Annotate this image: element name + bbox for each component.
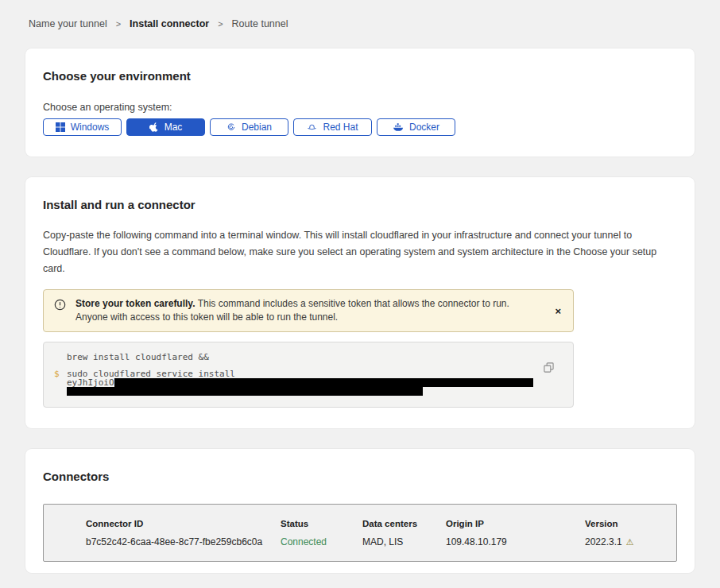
data-centers-value: MAD, LIS <box>362 536 446 547</box>
os-button-windows[interactable]: Windows <box>43 118 122 136</box>
status-badge: Connected <box>281 536 362 547</box>
version-value: 2022.3.1 <box>585 536 622 547</box>
apple-icon <box>149 122 159 133</box>
token-redaction-bar <box>114 378 533 387</box>
breadcrumb-separator: > <box>218 19 223 29</box>
connector-id-value: b7c52c42-6caa-48ee-8c77-fbe259cb6c0a <box>86 536 281 547</box>
breadcrumb: Name your tunnel > Install connector > R… <box>0 0 720 48</box>
os-button-label: Debian <box>242 122 272 133</box>
install-command-codeblock: brew install cloudflared && $ sudo cloud… <box>43 342 574 408</box>
token-prefix: eyJhIjoiO <box>67 378 114 387</box>
os-select-label: Choose an operating system: <box>43 102 677 113</box>
os-button-group: Windows Mac Debian Red Hat Docker <box>43 118 677 136</box>
shell-prompt: $ <box>54 369 60 378</box>
column-header-origin-ip: Origin IP <box>446 519 585 528</box>
breadcrumb-step-route-tunnel[interactable]: Route tunnel <box>232 18 288 29</box>
token-redaction-bar <box>67 387 423 396</box>
code-line-service-install: sudo cloudflared service install <box>67 369 533 378</box>
column-header-data-centers: Data centers <box>362 519 446 528</box>
connectors-card: Connectors Connector ID Status Data cent… <box>25 449 695 573</box>
debian-icon <box>226 122 236 132</box>
breadcrumb-separator: > <box>116 19 121 29</box>
warning-triangle-icon: ⚠ <box>626 538 634 547</box>
install-card-description: Copy-paste the following command into a … <box>43 227 675 277</box>
os-button-label: Red Hat <box>323 122 358 133</box>
alert-title: Store your token carefully. <box>75 298 195 309</box>
install-card-title: Install and run a connector <box>43 198 677 211</box>
os-button-mac[interactable]: Mac <box>126 118 205 136</box>
docker-icon <box>393 122 404 132</box>
copy-icon[interactable] <box>544 362 554 373</box>
environment-card-title: Choose your environment <box>43 69 677 83</box>
code-line-token: eyJhIjoiO <box>67 378 533 387</box>
install-connector-card: Install and run a connector Copy-paste t… <box>25 177 695 428</box>
code-line-brew: brew install cloudflared && <box>67 353 533 362</box>
os-button-label: Windows <box>71 122 110 133</box>
close-icon[interactable]: × <box>555 306 561 316</box>
redhat-icon <box>307 122 317 132</box>
os-button-redhat[interactable]: Red Hat <box>293 118 372 136</box>
column-header-version: Version <box>585 519 668 528</box>
connectors-table-header: Connector ID Status Data centers Origin … <box>86 519 668 528</box>
info-circle-icon <box>54 299 66 315</box>
code-command: $ sudo cloudflared service install eyJhI… <box>67 369 533 396</box>
breadcrumb-step-name-tunnel[interactable]: Name your tunnel <box>29 18 107 29</box>
token-warning-alert: Store your token carefully. This command… <box>43 289 574 332</box>
version-cell: 2022.3.1 ⚠ <box>585 536 668 547</box>
column-header-connector-id: Connector ID <box>86 519 281 528</box>
breadcrumb-step-install-connector[interactable]: Install connector <box>130 18 209 29</box>
os-button-label: Mac <box>165 122 183 133</box>
connectors-table: Connector ID Status Data centers Origin … <box>43 504 677 562</box>
column-header-status: Status <box>281 519 362 528</box>
connectors-card-title: Connectors <box>43 470 677 483</box>
table-row: b7c52c42-6caa-48ee-8c77-fbe259cb6c0a Con… <box>86 536 668 547</box>
os-button-label: Docker <box>409 122 439 133</box>
origin-ip-value: 109.48.10.179 <box>446 536 585 547</box>
environment-card: Choose your environment Choose an operat… <box>25 48 695 157</box>
os-button-debian[interactable]: Debian <box>210 118 288 136</box>
os-button-docker[interactable]: Docker <box>377 118 455 136</box>
windows-icon <box>56 122 65 132</box>
